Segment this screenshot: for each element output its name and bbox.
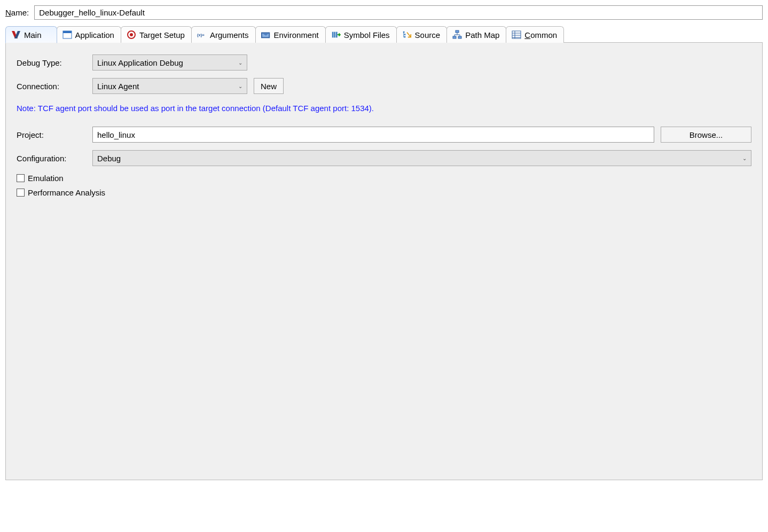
debug-type-select[interactable]: Linux Application Debug ⌄ xyxy=(92,54,247,71)
configuration-value: Debug xyxy=(97,154,121,163)
connection-label: Connection: xyxy=(17,82,86,91)
tab-arguments[interactable]: (x)= Arguments xyxy=(191,26,256,43)
tab-label: Environment xyxy=(274,30,319,40)
emulation-label: Emulation xyxy=(28,174,64,183)
svg-rect-1 xyxy=(63,31,72,33)
tab-application[interactable]: Application xyxy=(57,26,121,43)
tab-target-setup[interactable]: Target Setup xyxy=(121,26,192,43)
browse-project-button[interactable]: Browse... xyxy=(661,127,751,143)
tab-label: Symbol Files xyxy=(344,30,390,40)
name-label: Name: xyxy=(5,8,29,17)
svg-rect-15 xyxy=(458,36,461,38)
debug-type-value: Linux Application Debug xyxy=(97,58,183,67)
svg-point-3 xyxy=(130,33,133,36)
performance-label: Performance Analysis xyxy=(28,188,105,197)
tab-label: Path Map xyxy=(465,30,499,40)
svg-rect-8 xyxy=(334,32,335,38)
debug-type-label: Debug Type: xyxy=(17,58,86,67)
configuration-label: Configuration: xyxy=(17,154,86,163)
source-icon xyxy=(402,30,412,40)
path-map-icon xyxy=(452,30,462,40)
tab-bar: Main Application Target Setup xyxy=(5,26,763,43)
environment-icon xyxy=(261,30,271,40)
svg-rect-14 xyxy=(453,36,456,38)
connection-select[interactable]: Linux Agent ⌄ xyxy=(92,78,247,94)
project-label: Project: xyxy=(17,130,86,139)
tab-gutter xyxy=(563,42,763,43)
tab-main[interactable]: Main xyxy=(5,26,57,43)
tab-common[interactable]: Common xyxy=(506,26,564,43)
project-input[interactable] xyxy=(92,127,654,143)
main-panel: Debug Type: Linux Application Debug ⌄ Co… xyxy=(5,42,763,480)
svg-rect-10 xyxy=(403,32,404,33)
tab-source[interactable]: Source xyxy=(396,26,448,43)
table-icon xyxy=(512,30,521,40)
tab-label: Target Setup xyxy=(139,30,185,40)
xilinx-icon xyxy=(11,30,21,40)
new-connection-button[interactable]: New xyxy=(254,78,284,94)
tab-label: Main xyxy=(24,30,42,40)
chevron-down-icon: ⌄ xyxy=(742,155,747,161)
symbol-files-icon xyxy=(331,30,341,40)
chevron-down-icon: ⌄ xyxy=(238,60,242,66)
emulation-checkbox[interactable] xyxy=(17,174,25,182)
tab-label: Source xyxy=(415,30,441,40)
performance-checkbox[interactable] xyxy=(17,189,25,197)
tab-symbol-files[interactable]: Symbol Files xyxy=(325,26,397,43)
tab-path-map[interactable]: Path Map xyxy=(446,26,506,43)
svg-text:(x)=: (x)= xyxy=(197,33,205,37)
chevron-down-icon: ⌄ xyxy=(238,83,242,89)
window-icon xyxy=(62,30,72,40)
configuration-select[interactable]: Debug ⌄ xyxy=(92,150,751,166)
tab-label: Common xyxy=(524,30,557,40)
tab-label: Arguments xyxy=(210,30,249,40)
tab-environment[interactable]: Environment xyxy=(255,26,326,43)
tcf-note: Note: TCF agent port should be used as p… xyxy=(17,104,751,113)
target-icon xyxy=(127,30,136,40)
svg-rect-7 xyxy=(332,32,334,38)
arguments-icon: (x)= xyxy=(197,30,207,40)
name-input[interactable] xyxy=(34,5,763,20)
tab-label: Application xyxy=(75,30,114,40)
svg-rect-9 xyxy=(336,32,338,38)
svg-rect-13 xyxy=(456,30,459,33)
connection-value: Linux Agent xyxy=(97,82,139,91)
svg-rect-11 xyxy=(404,34,405,35)
